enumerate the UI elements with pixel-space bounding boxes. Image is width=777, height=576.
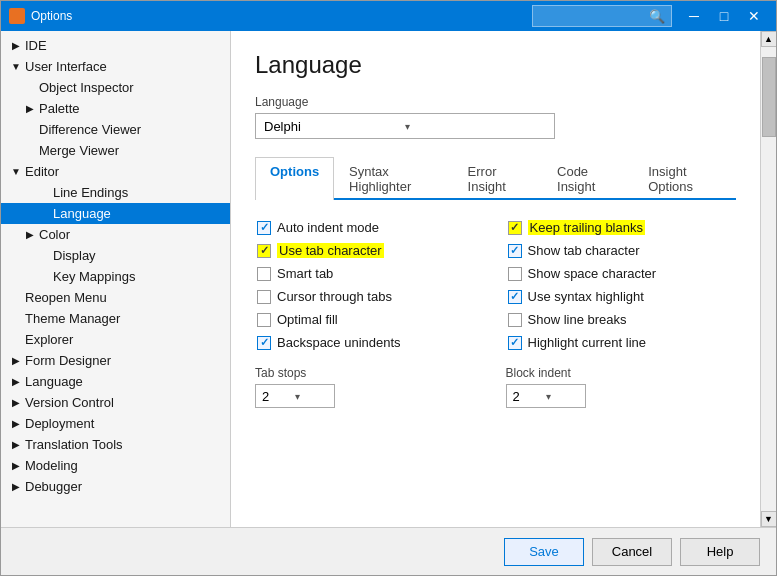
sidebar-item-difference-viewer[interactable]: Difference Viewer: [1, 119, 230, 140]
sidebar-item-explorer[interactable]: Explorer: [1, 329, 230, 350]
option-row-show-line-breaks: Show line breaks: [506, 308, 737, 331]
content-area: IDEUser InterfaceObject InspectorPalette…: [1, 31, 776, 527]
checkbox-show-line-breaks[interactable]: [508, 313, 522, 327]
maximize-button[interactable]: □: [710, 2, 738, 30]
option-label-show-tab: Show tab character: [528, 243, 640, 258]
sidebar-label-object-inspector: Object Inspector: [39, 80, 134, 95]
sidebar-label-language-root: Language: [25, 374, 83, 389]
checkbox-smart-tab[interactable]: [257, 267, 271, 281]
save-button[interactable]: Save: [504, 538, 584, 566]
tab-bar: OptionsSyntax HighlighterError InsightCo…: [255, 155, 736, 200]
option-row-show-tab: Show tab character: [506, 239, 737, 262]
titlebar: Options 🔍 ─ □ ✕: [1, 1, 776, 31]
sidebar-label-palette: Palette: [39, 101, 79, 116]
page-title: Language: [255, 51, 736, 79]
tab-stops-label: Tab stops: [255, 366, 486, 380]
minimize-button[interactable]: ─: [680, 2, 708, 30]
tab-insight-options[interactable]: Insight Options: [633, 157, 736, 200]
cancel-button[interactable]: Cancel: [592, 538, 672, 566]
block-indent-col: Block indent 2 ▾: [506, 366, 737, 408]
sidebar-item-display[interactable]: Display: [1, 245, 230, 266]
language-dropdown[interactable]: Delphi ▾: [255, 113, 555, 139]
arrow-icon-translation-tools: [9, 438, 23, 452]
sidebar-item-object-inspector[interactable]: Object Inspector: [1, 77, 230, 98]
sidebar-label-merge-viewer: Merge Viewer: [39, 143, 119, 158]
checkbox-use-tab[interactable]: [257, 244, 271, 258]
footer: Save Cancel Help: [1, 527, 776, 575]
title-search-box[interactable]: 🔍: [532, 5, 672, 27]
checkbox-show-tab[interactable]: [508, 244, 522, 258]
language-label: Language: [255, 95, 736, 109]
tab-error-insight[interactable]: Error Insight: [453, 157, 542, 200]
option-row-smart-tab: Smart tab: [255, 262, 486, 285]
option-row-keep-trailing: Keep trailing blanks: [506, 216, 737, 239]
dropdown-arrow-icon: ▾: [405, 121, 546, 132]
option-label-use-syntax: Use syntax highlight: [528, 289, 644, 304]
tab-syntax-highlighter[interactable]: Syntax Highlighter: [334, 157, 453, 200]
sidebar-label-explorer: Explorer: [25, 332, 73, 347]
option-label-smart-tab: Smart tab: [277, 266, 333, 281]
sidebar-label-display: Display: [53, 248, 96, 263]
option-label-use-tab: Use tab character: [277, 243, 384, 258]
tab-stops-col: Tab stops 2 ▾: [255, 366, 486, 408]
app-icon: [9, 8, 25, 24]
close-button[interactable]: ✕: [740, 2, 768, 30]
language-value: Delphi: [264, 119, 405, 134]
tab-stops-dropdown[interactable]: 2 ▾: [255, 384, 335, 408]
option-label-keep-trailing: Keep trailing blanks: [528, 220, 645, 235]
option-row-highlight-line: Highlight current line: [506, 331, 737, 354]
sidebar-item-deployment[interactable]: Deployment: [1, 413, 230, 434]
tab-options[interactable]: Options: [255, 157, 334, 200]
option-row-backspace-unindents: Backspace unindents: [255, 331, 486, 354]
sidebar-item-palette[interactable]: Palette: [1, 98, 230, 119]
sidebar-label-translation-tools: Translation Tools: [25, 437, 123, 452]
help-button[interactable]: Help: [680, 538, 760, 566]
main-content: Language Language Delphi ▾ OptionsSyntax…: [231, 31, 760, 527]
sidebar-item-line-endings[interactable]: Line Endings: [1, 182, 230, 203]
sidebar: IDEUser InterfaceObject InspectorPalette…: [1, 31, 231, 527]
checkbox-show-space[interactable]: [508, 267, 522, 281]
checkbox-optimal-fill[interactable]: [257, 313, 271, 327]
sidebar-item-key-mappings[interactable]: Key Mappings: [1, 266, 230, 287]
checkbox-use-syntax[interactable]: [508, 290, 522, 304]
sidebar-item-theme-manager[interactable]: Theme Manager: [1, 308, 230, 329]
sidebar-item-ide[interactable]: IDE: [1, 35, 230, 56]
checkbox-keep-trailing[interactable]: [508, 221, 522, 235]
sidebar-item-form-designer[interactable]: Form Designer: [1, 350, 230, 371]
checkbox-highlight-line[interactable]: [508, 336, 522, 350]
scroll-down-button[interactable]: ▼: [761, 511, 777, 527]
sidebar-label-form-designer: Form Designer: [25, 353, 111, 368]
option-label-cursor-through: Cursor through tabs: [277, 289, 392, 304]
option-label-show-line-breaks: Show line breaks: [528, 312, 627, 327]
sidebar-label-line-endings: Line Endings: [53, 185, 128, 200]
sidebar-item-language-root[interactable]: Language: [1, 371, 230, 392]
sidebar-label-key-mappings: Key Mappings: [53, 269, 135, 284]
arrow-icon-modeling: [9, 459, 23, 473]
extras-row: Tab stops 2 ▾ Block indent 2 ▾: [255, 366, 736, 408]
sidebar-label-editor: Editor: [25, 164, 59, 179]
sidebar-item-user-interface[interactable]: User Interface: [1, 56, 230, 77]
option-row-cursor-through: Cursor through tabs: [255, 285, 486, 308]
sidebar-item-reopen-menu[interactable]: Reopen Menu: [1, 287, 230, 308]
checkbox-cursor-through[interactable]: [257, 290, 271, 304]
checkbox-auto-indent[interactable]: [257, 221, 271, 235]
option-row-show-space: Show space character: [506, 262, 737, 285]
sidebar-item-language[interactable]: Language: [1, 203, 230, 224]
scroll-thumb[interactable]: [762, 57, 776, 137]
sidebar-item-modeling[interactable]: Modeling: [1, 455, 230, 476]
title-search-input[interactable]: [539, 9, 649, 23]
arrow-icon-version-control: [9, 396, 23, 410]
sidebar-item-merge-viewer[interactable]: Merge Viewer: [1, 140, 230, 161]
sidebar-label-theme-manager: Theme Manager: [25, 311, 120, 326]
sidebar-item-editor[interactable]: Editor: [1, 161, 230, 182]
checkbox-backspace-unindents[interactable]: [257, 336, 271, 350]
option-row-use-tab: Use tab character: [255, 239, 486, 262]
sidebar-item-debugger[interactable]: Debugger: [1, 476, 230, 497]
sidebar-item-version-control[interactable]: Version Control: [1, 392, 230, 413]
sidebar-item-translation-tools[interactable]: Translation Tools: [1, 434, 230, 455]
tab-code-insight[interactable]: Code Insight: [542, 157, 633, 200]
scroll-up-button[interactable]: ▲: [761, 31, 777, 47]
sidebar-label-reopen-menu: Reopen Menu: [25, 290, 107, 305]
sidebar-item-color[interactable]: Color: [1, 224, 230, 245]
block-indent-dropdown[interactable]: 2 ▾: [506, 384, 586, 408]
